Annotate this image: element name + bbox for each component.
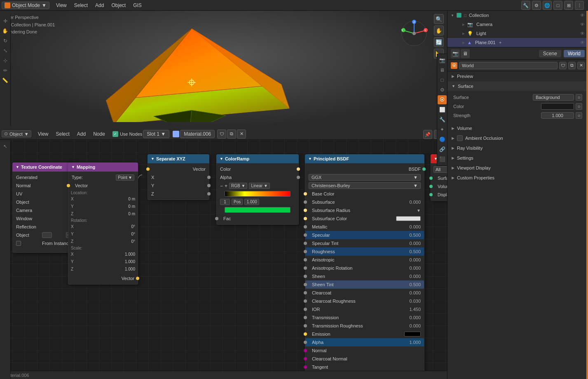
layout-btn[interactable]: ⊞	[564, 1, 573, 10]
scene-properties-tab[interactable]: ⚙	[438, 85, 447, 94]
node-menu-add[interactable]: Add	[74, 130, 89, 138]
menu-add[interactable]: Add	[92, 2, 107, 9]
socket-sep-x-out[interactable]	[207, 176, 211, 179]
transform-tool[interactable]: ⊹	[1, 56, 10, 65]
socket-ior-in[interactable]	[304, 308, 307, 311]
socket-sep-vec-in[interactable]	[146, 167, 150, 171]
socket-ramp-color-out[interactable]	[297, 167, 300, 171]
volume-header[interactable]: ▶ Volume	[447, 123, 588, 133]
plane-row[interactable]: ▶ ▲ Plane.001 ✦ 👁	[447, 38, 588, 47]
collection-eye-icon[interactable]: 👁	[580, 13, 585, 18]
object-field[interactable]	[42, 232, 52, 238]
socket-base-color-in[interactable]	[304, 192, 307, 195]
node-principled-bsdf[interactable]: ▼ Principled BSDF BSDF GGX ▼	[305, 154, 424, 373]
ramp-plus-btn[interactable]: +	[225, 183, 227, 189]
socket-sep-y-out[interactable]	[207, 184, 211, 187]
node-menu-node[interactable]: Node	[90, 130, 108, 138]
socket-mapping-vec-in[interactable]	[67, 184, 70, 187]
material-selector[interactable]: Material.006	[180, 130, 215, 138]
ray-visibility-header[interactable]: ▶ Ray Visibility	[447, 143, 588, 153]
window-btn[interactable]: □	[553, 1, 562, 10]
strength-socket-btn[interactable]: ○	[576, 112, 582, 119]
node-editor-mode-selector[interactable]: ⊙ Object ▼	[2, 130, 31, 137]
socket-specular-in[interactable]	[304, 233, 307, 237]
distribution-select[interactable]: GGX ▼	[309, 174, 421, 181]
slot-selector[interactable]: Slot 1 ▼	[143, 130, 169, 138]
emission-swatch[interactable]	[404, 332, 421, 337]
socket-trans-in[interactable]	[304, 316, 307, 319]
node-menu-select[interactable]: Select	[52, 130, 73, 138]
socket-clearcoat-in[interactable]	[304, 291, 307, 294]
ramp-linear-select[interactable]: Linear ▼	[249, 183, 270, 189]
camera-eye-icon[interactable]: 👁	[580, 22, 585, 27]
light-row[interactable]: ▶ 💡 Light 👁	[447, 29, 588, 38]
menu-view[interactable]: View	[53, 2, 70, 9]
color-ramp-gradient[interactable]	[225, 191, 290, 197]
socket-subsurface-in[interactable]	[304, 200, 307, 204]
measure-tool[interactable]: 📏	[1, 76, 10, 85]
socket-aniso-rot-in[interactable]	[304, 266, 307, 270]
modifier-properties-tab[interactable]: 🔧	[438, 115, 447, 124]
socket-aniso-in[interactable]	[304, 258, 307, 261]
particles-tab[interactable]: ✦	[438, 125, 447, 134]
socket-trans-rough-in[interactable]	[304, 324, 307, 327]
color-ramp-green-swatch[interactable]	[225, 207, 290, 213]
constraints-tab[interactable]: 🔗	[438, 145, 447, 154]
socket-mat-surface-in[interactable]	[429, 177, 433, 180]
ramp-rgb-select[interactable]: RGB ▼	[229, 183, 247, 189]
mode-selector[interactable]: Object Mode ▼	[2, 2, 49, 9]
global-btn[interactable]: 🌐	[543, 1, 552, 10]
preview-header[interactable]: ▶ Preview	[447, 71, 588, 81]
ramp-pos-val[interactable]: 1.000	[244, 199, 259, 205]
node-color-ramp[interactable]: ▼ ColorRamp Color Alpha − + RGB ▼	[216, 154, 299, 225]
principled-distribution[interactable]: GGX ▼	[305, 173, 424, 181]
cursor-tool[interactable]: ✛	[1, 16, 10, 26]
view-perspective-icon[interactable]: 🔍	[434, 14, 444, 24]
scene-btn[interactable]: ⚙	[532, 1, 541, 10]
socket-sheen-tint-in[interactable]	[304, 283, 307, 286]
use-nodes-toggle[interactable]: ✓ Use Nodes	[112, 131, 142, 137]
render-tab-btn[interactable]: 📷	[451, 49, 460, 58]
from-instancer-checkbox[interactable]	[16, 241, 21, 246]
physics-tab[interactable]: 🔵	[438, 135, 447, 144]
socket-mat-displacement-in[interactable]	[429, 193, 433, 196]
plane-eye-icon[interactable]: 👁	[580, 40, 585, 45]
world-tab[interactable]: World	[564, 50, 585, 57]
node-texture-coordinate[interactable]: ▼ Texture Coordinate Generated Normal UV…	[12, 162, 76, 253]
custom-props-header[interactable]: ▶ Custom Properties	[447, 173, 588, 183]
material-shield-btn[interactable]: 🛡	[217, 129, 226, 139]
socket-sep-z-out[interactable]	[207, 192, 211, 195]
view-layer-tab[interactable]: □	[438, 75, 447, 85]
output-properties-tab[interactable]: 🖥	[438, 66, 447, 75]
material-copy-btn[interactable]: ⧉	[227, 129, 236, 139]
world-name-field[interactable]: World	[459, 62, 558, 69]
viewport[interactable]: User Perspective (0) Collection | Plane.…	[0, 11, 447, 128]
node-select-tool[interactable]: ↖	[1, 142, 10, 151]
ao-checkbox[interactable]	[457, 135, 463, 141]
render-btn[interactable]: 🔧	[521, 1, 530, 10]
surface-dropdown[interactable]: Background	[533, 94, 574, 101]
settings-header[interactable]: ▶ Settings	[447, 153, 588, 163]
socket-metallic-in[interactable]	[304, 225, 307, 228]
render-properties-tab[interactable]: 📷	[438, 56, 447, 65]
more-btn[interactable]: ⋮	[575, 1, 584, 10]
socket-sub-color-in[interactable]	[304, 217, 307, 220]
world-close-btn[interactable]: ✕	[577, 62, 585, 69]
collection-row[interactable]: ▼ □ Collection 👁	[447, 11, 588, 20]
menu-gis[interactable]: GIS	[130, 2, 145, 9]
menu-object[interactable]: Object	[108, 2, 129, 9]
pin-btn[interactable]: 📌	[423, 130, 432, 139]
socket-cc-normal-in[interactable]	[304, 357, 307, 360]
mat-output-dropdown-row[interactable]: All ▼	[431, 165, 447, 174]
world-properties-tab[interactable]: ⦿	[438, 95, 447, 104]
socket-sub-radius-in[interactable]	[304, 209, 307, 212]
world-copy-btn[interactable]: ⧉	[568, 62, 576, 69]
socket-mapping-vec-out[interactable]	[136, 277, 139, 280]
socket-ramp-fac-in[interactable]	[215, 217, 218, 220]
node-mapping[interactable]: ▼ Mapping Type: Point ▼ Vector Location:	[68, 162, 138, 285]
view-rotate-icon[interactable]: 🔄	[434, 37, 444, 47]
move-tool[interactable]: ✋	[1, 26, 10, 35]
socket-cc-rough-in[interactable]	[304, 299, 307, 303]
node-menu-view[interactable]: View	[35, 130, 52, 138]
subsurface-method-select[interactable]: Christensen-Burley ▼	[309, 182, 421, 189]
